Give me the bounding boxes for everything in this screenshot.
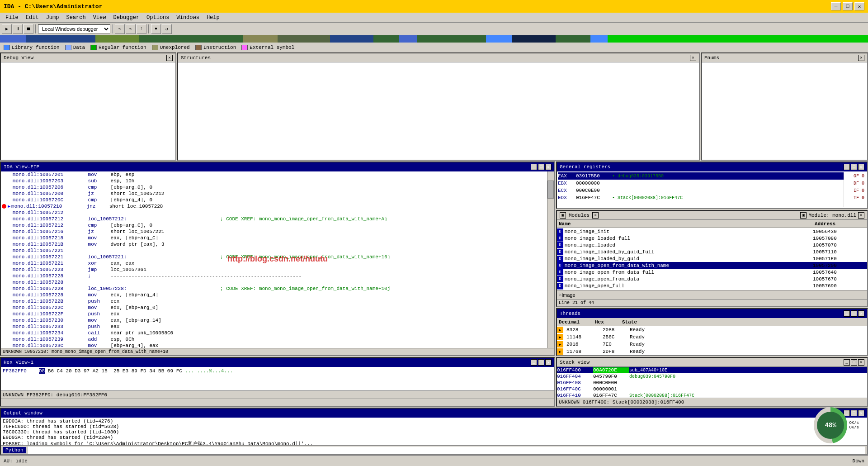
menu-options[interactable]: Options [143,14,173,22]
disasm-line[interactable]: mono.dll:10057239 add esp, 0Ch [1,336,545,342]
run-button[interactable]: ▶ [2,24,12,34]
pause-button[interactable]: ⏸ [13,24,23,34]
hex-content[interactable]: FF382FF0 D8 B6 C4 20 D3 97 A2 15 25 E3 8… [1,367,554,390]
disasm-line[interactable]: mono.dll:10057228 [1,279,545,285]
threads-minimize[interactable]: _ [844,310,850,317]
register-row[interactable]: EDX 016FF47C • Stack[00002088]:016FF47C [558,194,844,201]
bp-button[interactable]: ● [151,24,161,34]
stack-maximize[interactable]: □ [851,359,857,366]
menu-file[interactable]: File [2,14,22,22]
maximize-button[interactable]: □ [843,2,853,10]
enums-close[interactable]: ✕ [858,55,864,61]
structures-close[interactable]: ✕ [690,55,696,61]
module-row[interactable]: D mono_image_loaded_by_guid_full 1005711… [557,248,867,255]
step-out-button[interactable]: ↑ [137,24,146,34]
module-row[interactable]: D mono_image_open_from_data_full 1005764… [557,269,867,276]
disasm-scrollbar[interactable] [547,171,554,348]
stack-content[interactable]: 016FF400 00A0720E sub_407A40+10E016FF404… [557,367,867,398]
stack-row[interactable]: 016FF400 00A0720E sub_407A40+10E [557,367,867,373]
minimize-button[interactable]: ─ [831,2,841,10]
module-row[interactable]: D mono_image_loaded 10057070 [557,242,867,248]
register-row[interactable]: EAX 039175B0 • debug035:039175B0 [558,172,844,180]
menu-view[interactable]: View [90,14,110,22]
register-row[interactable]: ECX 000C0E00 [558,187,844,194]
disasm-close[interactable]: ✕ [545,164,552,170]
menu-search[interactable]: Search [62,14,89,22]
debugger-selector[interactable]: Local Windows debugger [38,24,110,33]
register-row[interactable]: EBX 00000000 [558,180,844,187]
thread-row[interactable]: ▶ 11768 2DF8 Ready [557,348,867,355]
disasm-panel[interactable]: IDA View-EIP _ □ ✕ http://blog.csdn.net/… [0,162,555,356]
disasm-line[interactable]: mono.dll:10057221 xor eax, eax [1,260,545,266]
modules-tb-close[interactable]: ✕ [592,212,599,219]
disasm-line[interactable]: mono.dll:1005722C mov edx, [ebp+arg_0] [1,304,545,311]
disasm-line[interactable]: mono.dll:10057221 [1,247,545,254]
modules-tb-1[interactable]: ▣ [560,212,566,219]
stack-row[interactable]: 016FF40C 00000001 [557,386,867,392]
hex-hscroll[interactable] [1,399,554,406]
menu-windows[interactable]: Windows [173,14,203,22]
module-row[interactable]: D mono_image_open_full 10057690 [557,282,867,289]
module-row[interactable]: D mono_image_loaded_full 10057080 [557,235,867,242]
disasm-line[interactable]: mono.dll:10057230 mov eax, [ebp+arg_14] [1,317,545,323]
disasm-line[interactable]: mono.dll:10057228 mov ecx, [ebp+arg_4] [1,292,545,298]
debug-view-close[interactable]: ✕ [166,55,173,61]
disasm-line[interactable]: mono.dll:1005722F push edx [1,311,545,317]
stop-button[interactable]: ⏹ [24,24,33,34]
step-over-button[interactable]: ↷ [126,24,136,34]
thread-row[interactable]: ▶ 11148 2B8C Ready [557,333,867,341]
stack-row[interactable]: 016FF404 045790F0 debug039:045790F0 [557,373,867,380]
disasm-line[interactable]: mono.dll:10057234 call near ptr unk_1000… [1,330,545,336]
disasm-line[interactable]: mono.dll:10057216 jz short loc_10057221 [1,228,545,235]
disasm-line[interactable]: mono.dll:10057206 cmp [ebp+arg_0], 0 [1,184,545,190]
module-label-close[interactable]: ✕ [858,212,864,219]
modules-filter-input[interactable] [562,292,865,298]
regs-minimize[interactable]: _ [844,164,850,170]
disasm-line[interactable]: mono.dll:10057228 loc_10057228: ; CODE X… [1,285,545,292]
disasm-line[interactable]: mono.dll:10057233 push eax [1,323,545,330]
output-close[interactable]: ✕ [858,410,864,416]
disasm-line[interactable]: mono.dll:1005721B mov dword ptr [eax], 3 [1,241,545,247]
disasm-content[interactable]: http://blog.csdn.net/huutu mono.dll:1005… [1,171,554,348]
hex-close[interactable]: ✕ [545,359,552,366]
close-button[interactable]: ✕ [854,2,864,10]
disasm-line[interactable]: ▶mono.dll:10057210 jnz short loc_1005722… [1,203,545,209]
module-row[interactable]: D mono_image_loaded_by_guid 100571E0 [557,255,867,262]
menu-debugger[interactable]: Debugger [109,14,143,22]
disasm-line[interactable]: mono.dll:10057203 sub esp, 10h [1,178,545,184]
regs-maximize[interactable]: □ [851,164,857,170]
module-row[interactable]: D mono_image_open_from_data_with_name 10… [557,262,867,269]
hex-minimize[interactable]: _ [531,359,537,366]
disasm-line[interactable]: mono.dll:1005722B push ecx [1,298,545,304]
thread-row[interactable]: ▶ 8328 2088 Ready [557,326,867,333]
modules-tb-2[interactable]: ▣ [800,212,807,219]
disasm-line[interactable]: mono.dll:1005720C cmp [ebp+arg_4], 0 [1,197,545,203]
disasm-line[interactable]: mono.dll:10057212 loc_10057212: ; CODE X… [1,216,545,222]
menu-help[interactable]: Help [203,14,223,22]
disasm-line[interactable]: mono.dll:10057201 mov ebp, esp [1,171,545,178]
disasm-line[interactable]: mono.dll:10057212 [1,209,545,216]
menu-edit[interactable]: Edit [22,14,42,22]
disasm-line[interactable]: mono.dll:10057228 ; --------------------… [1,273,545,279]
disasm-line[interactable]: mono.dll:1005723C mov [ebp+arg_4], eax [1,342,545,348]
regs-close[interactable]: ✕ [858,164,864,170]
disasm-line[interactable]: mono.dll:10057223 jmp loc_10057361 [1,266,545,273]
stack-close[interactable]: ✕ [858,359,864,366]
threads-content[interactable]: Decimal Hex State ▶ 8328 2088 Ready▶ 111… [557,318,867,355]
threads-maximize[interactable]: □ [851,310,857,317]
modules-content[interactable]: Name Address D mono_image_init 10056430D… [557,220,867,290]
thread-row[interactable]: ▶ 2016 7E0 Ready [557,341,867,348]
hex-maximize[interactable]: □ [538,359,544,366]
threads-close[interactable]: ✕ [858,310,864,317]
disasm-minimize[interactable]: _ [531,164,537,170]
disasm-line[interactable]: mono.dll:10057212 cmp [ebp+arg_C], 0 [1,222,545,228]
stack-minimize[interactable]: _ [844,359,850,366]
menu-jump[interactable]: Jump [42,14,63,22]
step-into-button[interactable]: ↷ [115,24,125,34]
module-row[interactable]: D mono_image_init 10056430 [557,228,867,235]
disasm-line[interactable]: mono.dll:10057200 jz short loc_10057212 [1,190,545,197]
nav-strip[interactable] [0,35,868,43]
output-input[interactable] [28,447,865,454]
module-row[interactable]: D mono_image_open_from_data 10057670 [557,276,867,282]
stack-row[interactable]: 016FF408 000C0E00 [557,380,867,386]
